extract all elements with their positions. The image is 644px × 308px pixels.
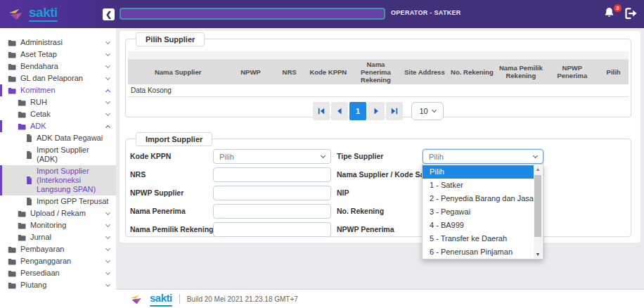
sidebar-item-monitoring[interactable]: Monitoring xyxy=(0,219,116,231)
nama-supplier-kode-satker-label: Nama Supplier / Kode Satker xyxy=(333,167,423,183)
sidebar-item-aset-tetap[interactable]: Aset Tetap xyxy=(0,49,116,60)
user-role-label: OPERATOR - SATKER xyxy=(391,9,461,16)
select-value: Pilih xyxy=(429,153,444,161)
sidebar-item-administrasi[interactable]: Administrasi xyxy=(0,37,116,49)
file-icon xyxy=(26,134,32,142)
dropdown-option-5-transfer-ke-daerah[interactable]: 5 - Transfer ke Daerah xyxy=(423,232,534,245)
nama-pemilik-rekening-input[interactable] xyxy=(213,222,331,237)
sidebar-item-adk-data-pegawai[interactable]: ADK Data Pegawai xyxy=(0,132,116,144)
logout-icon[interactable] xyxy=(625,8,639,20)
table-header-row: Nama SupplierNPWPNRSKode KPPNNama Peneri… xyxy=(128,59,629,84)
column-header-no-rekening: No. Rekening xyxy=(449,59,496,84)
import-supplier-panel: Import Supplier Kode KPPNPilihTipe Suppl… xyxy=(125,139,631,237)
dropdown-scrollbar[interactable]: ▲ ▼ xyxy=(534,165,542,258)
sidebar-item-import-supplier-interkoneksi-langsung-span[interactable]: Import Supplier (Interkoneksi Langsung S… xyxy=(0,165,116,195)
sidebar-item-gl-dan-pelaporan[interactable]: GL dan Pelaporan xyxy=(0,72,116,84)
build-info-label: Build 20 Mei 2021 21.23.18 GMT+7 xyxy=(187,295,298,303)
pilih-supplier-panel: Pilih Supplier Nama SupplierNPWPNRSKode … xyxy=(125,39,631,117)
dropdown-option-pilih[interactable]: Pilih xyxy=(423,165,534,179)
footer-divider xyxy=(179,294,180,304)
pagination-page-1-button[interactable]: 1 xyxy=(349,102,366,120)
dropdown-option-4-ba999[interactable]: 4 - BA999 xyxy=(423,219,534,232)
chevron-down-icon xyxy=(105,270,110,275)
column-header-nama-penerima-rekening: Nama Penerima Rekening xyxy=(351,59,401,84)
sidebar-item-jurnal[interactable]: Jurnal xyxy=(0,231,116,243)
pagination-next-button[interactable] xyxy=(368,102,385,120)
announcement-bar xyxy=(120,8,385,20)
kode-kppn-select[interactable]: Pilih xyxy=(213,149,331,164)
sidebar-item-import-supplier-adk[interactable]: Import Supplier (ADK) xyxy=(0,144,116,165)
supplier-table: Nama SupplierNPWPNRSKode KPPNNama Peneri… xyxy=(128,51,629,97)
main-content-card: Pilih Supplier Nama SupplierNPWPNRSKode … xyxy=(120,31,640,243)
npwp-penerima-label: NPWP Penerima xyxy=(333,222,423,238)
sidebar-item-upload-rekam[interactable]: Upload / Rekam xyxy=(0,207,116,219)
folder-icon xyxy=(8,63,16,70)
pagination-first-button[interactable] xyxy=(313,102,330,120)
folder-icon xyxy=(8,39,16,46)
sidebar-item-penganggaran[interactable]: Penganggaran xyxy=(0,255,116,267)
brand-text: sakti xyxy=(29,5,58,20)
dropdown-option-1-satker[interactable]: 1 - Satker xyxy=(423,179,534,192)
sidebar-item-label: Import Supplier (ADK) xyxy=(37,146,112,164)
sidebar-item-cetak[interactable]: Cetak xyxy=(0,108,116,120)
scrollbar-thumb[interactable] xyxy=(534,175,541,237)
column-header-nrs: NRS xyxy=(273,59,305,84)
notification-badge: 3 xyxy=(614,4,622,12)
sidebar-item-label: RUH xyxy=(30,98,102,107)
npwp-supplier-input[interactable] xyxy=(213,186,331,200)
footer-brand-wrap: sakti xyxy=(150,292,172,307)
sidebar-item-label: Upload / Rekam xyxy=(30,209,102,218)
dropdown-option-6-penerusan-pinjaman[interactable]: 6 - Penerusan Pinjaman xyxy=(423,245,534,259)
chevron-down-icon xyxy=(105,99,110,104)
column-header-kode-kppn: Kode KPPN xyxy=(306,59,351,84)
nama-pemilik-rekening-label: Nama Pemilik Rekening xyxy=(130,222,213,238)
scroll-up-icon[interactable]: ▲ xyxy=(534,167,542,172)
top-header: sakti ❮ OPERATOR - SATKER 3 xyxy=(0,0,644,28)
chevron-down-icon xyxy=(105,210,110,215)
table-filter-strip xyxy=(128,51,629,59)
scroll-down-icon[interactable]: ▼ xyxy=(534,252,542,257)
chevron-down-icon xyxy=(105,282,110,287)
sidebar-item-ruh[interactable]: RUH xyxy=(0,96,116,108)
chevron-down-icon xyxy=(105,258,110,263)
sidebar-item-label: Import GPP Terpusat xyxy=(37,197,112,206)
dropdown-option-2-penyedia-barang-dan-jasa[interactable]: 2 - Penyedia Barang dan Jasa xyxy=(423,192,534,205)
sidebar-item-label: Komitmen xyxy=(20,86,102,95)
sidebar-item-persediaan[interactable]: Persediaan xyxy=(0,267,116,279)
page-size-select[interactable]: 10 xyxy=(411,102,444,120)
sidebar-item-label: ADK Data Pegawai xyxy=(37,134,112,143)
chevron-down-icon xyxy=(533,153,538,158)
sidebar-item-bendahara[interactable]: Bendahara xyxy=(0,60,116,72)
file-icon xyxy=(26,151,32,159)
folder-icon xyxy=(18,99,26,106)
pagination-last-button[interactable] xyxy=(386,102,403,120)
column-header-npwp-penerima: NPWP Penerima xyxy=(546,59,598,84)
header-logo: sakti xyxy=(0,0,116,28)
sidebar-item-piutang[interactable]: Piutang xyxy=(0,279,116,291)
folder-icon xyxy=(18,234,26,241)
sakti-logo-icon xyxy=(8,7,24,21)
sidebar-item-label: Persediaan xyxy=(20,269,102,278)
sidebar-item-adk[interactable]: ADK xyxy=(0,120,116,132)
nrs-input[interactable] xyxy=(213,167,331,182)
pagination: 1 10 xyxy=(126,102,631,120)
sidebar-item-komitmen[interactable]: Komitmen xyxy=(0,84,116,96)
nama-penerima-input[interactable] xyxy=(213,204,331,219)
sidebar-item-label: Penganggaran xyxy=(20,257,102,266)
chevron-down-icon xyxy=(105,63,110,68)
folder-icon xyxy=(18,123,26,130)
folder-icon xyxy=(8,258,16,265)
dropdown-option-3-pegawai[interactable]: 3 - Pegawai xyxy=(423,205,534,219)
sidebar-collapse-button[interactable]: ❮ xyxy=(103,8,115,20)
folder-icon xyxy=(8,51,16,58)
sidebar-item-import-gpp-terpusat[interactable]: Import GPP Terpusat xyxy=(0,195,116,207)
brand-tagline xyxy=(29,20,58,22)
sidebar-item-pembayaran[interactable]: Pembayaran xyxy=(0,243,116,255)
nama-penerima-label: Nama Penerima xyxy=(130,204,213,219)
tipe-supplier-select[interactable]: Pilih xyxy=(423,149,543,164)
table-empty-row: Data Kosong xyxy=(128,84,629,97)
notification-bell-icon[interactable]: 3 xyxy=(603,6,619,22)
folder-icon xyxy=(8,75,16,82)
pagination-prev-button[interactable] xyxy=(331,102,348,120)
chevron-down-icon xyxy=(105,51,110,56)
